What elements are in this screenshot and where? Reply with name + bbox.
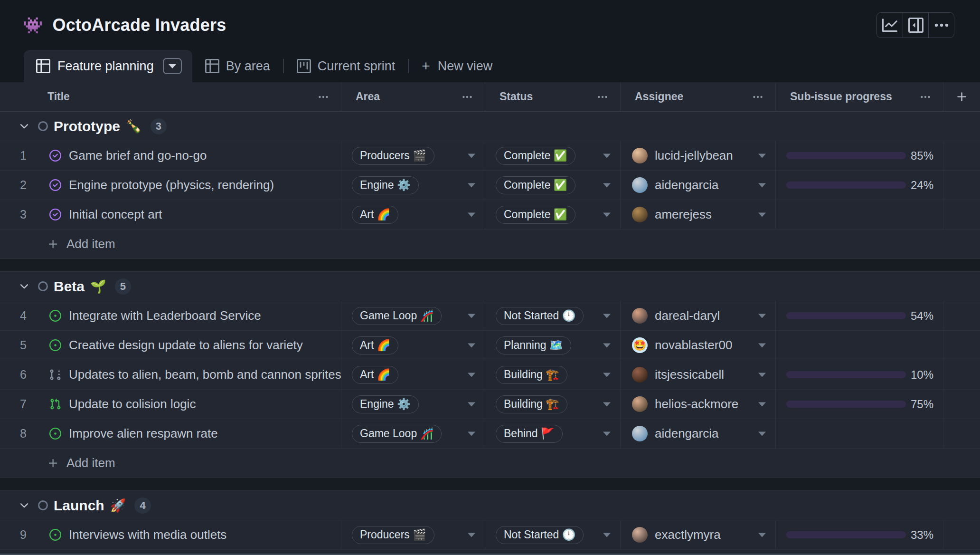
- assignee-cell[interactable]: itsjessicabell: [620, 360, 775, 389]
- assignee-cell[interactable]: exactlymyra: [620, 520, 775, 549]
- status-pill[interactable]: Not Started 🕛: [496, 307, 584, 325]
- area-pill[interactable]: Art 🌈: [352, 206, 398, 224]
- issue-title[interactable]: Engine prototype (physics, rendering): [69, 178, 274, 192]
- area-cell[interactable]: Art 🌈: [341, 331, 485, 360]
- issue-title[interactable]: Integrate with Leaderboard Service: [69, 308, 261, 323]
- table-row[interactable]: 2 Engine prototype (physics, rendering) …: [0, 171, 980, 200]
- assignee-cell[interactable]: aidengarcia: [620, 419, 775, 448]
- collapse-group-button[interactable]: [18, 499, 30, 512]
- area-pill[interactable]: Game Loop 🎢: [352, 425, 442, 443]
- column-header-area[interactable]: Area: [341, 82, 485, 111]
- status-cell[interactable]: Building 🏗️: [485, 360, 620, 389]
- column-menu-icon[interactable]: [318, 92, 329, 102]
- issue-title[interactable]: Creative design update to aliens for var…: [69, 338, 303, 353]
- table-row[interactable]: 3 Initial concept art Art 🌈 Complete ✅ a…: [0, 200, 980, 230]
- status-pill[interactable]: Not Started 🕛: [496, 526, 584, 544]
- assignee-cell[interactable]: 🤩 novablaster00: [620, 331, 775, 360]
- issue-title[interactable]: Update to colision logic: [69, 397, 196, 411]
- area-pill[interactable]: Art 🌈: [352, 336, 398, 354]
- progress-bar: [786, 371, 906, 378]
- column-menu-icon[interactable]: [920, 92, 931, 102]
- area-pill[interactable]: Producers 🎬: [352, 147, 434, 165]
- table-row[interactable]: 4 Integrate with Leaderboard Service Gam…: [0, 301, 980, 331]
- chevron-down-icon: [468, 402, 475, 406]
- status-cell[interactable]: Behind 🚩: [485, 419, 620, 448]
- status-cell[interactable]: Planning 🗺️: [485, 331, 620, 360]
- issue-title[interactable]: Initial concept art: [69, 207, 162, 222]
- area-cell[interactable]: Engine ⚙️: [341, 390, 485, 419]
- table-row[interactable]: 5 Creative design update to aliens for v…: [0, 331, 980, 360]
- column-header-assignee[interactable]: Assignee: [620, 82, 775, 111]
- progress-percent: 75%: [911, 398, 933, 411]
- status-cell[interactable]: Complete ✅: [485, 141, 620, 170]
- column-menu-icon[interactable]: [462, 92, 472, 102]
- status-pill[interactable]: Planning 🗺️: [496, 336, 571, 354]
- table-icon: [205, 59, 219, 73]
- assignee-cell[interactable]: dareal-daryl: [620, 301, 775, 330]
- column-menu-icon[interactable]: [597, 92, 608, 102]
- row-end-cell: [943, 360, 980, 389]
- assignee-cell[interactable]: lucid-jellybean: [620, 141, 775, 170]
- issue-title[interactable]: Improve alien respawn rate: [69, 426, 218, 441]
- area-pill[interactable]: Producers 🎬: [352, 526, 434, 544]
- collapse-group-button[interactable]: [18, 120, 30, 133]
- status-cell[interactable]: Not Started 🕛: [485, 520, 620, 549]
- more-options-button[interactable]: [928, 13, 954, 38]
- progress-percent: 10%: [911, 368, 933, 382]
- table-row[interactable]: 1 Game brief and go-no-go Producers 🎬 Co…: [0, 141, 980, 171]
- project-icon: [297, 59, 311, 73]
- tab-feature-planning[interactable]: Feature planning: [24, 50, 192, 82]
- table-row[interactable]: 9 Interviews with media outlets Producer…: [0, 520, 980, 550]
- progress-bar: [786, 152, 906, 159]
- status-pill[interactable]: Complete ✅: [496, 176, 575, 194]
- area-cell[interactable]: Producers 🎬: [341, 520, 485, 549]
- issue-title[interactable]: Game brief and go-no-go: [69, 148, 207, 163]
- assignee-cell[interactable]: aidengarcia: [620, 171, 775, 200]
- table-row[interactable]: 7 Update to colision logic Engine ⚙️ Bui…: [0, 390, 980, 419]
- area-cell[interactable]: Producers 🎬: [341, 141, 485, 170]
- status-cell[interactable]: Building 🏗️: [485, 390, 620, 419]
- insights-button[interactable]: [877, 13, 903, 38]
- status-pill[interactable]: Behind 🚩: [496, 425, 563, 443]
- assignee-name: aidengarcia: [655, 178, 718, 192]
- area-cell[interactable]: Art 🌈: [341, 360, 485, 389]
- area-pill[interactable]: Engine ⚙️: [352, 176, 419, 194]
- group-emoji: 🚀: [110, 498, 126, 513]
- table-row[interactable]: 8 Improve alien respawn rate Game Loop 🎢…: [0, 419, 980, 449]
- collapse-group-button[interactable]: [18, 280, 30, 293]
- chevron-down-icon: [468, 183, 475, 187]
- status-cell[interactable]: Complete ✅: [485, 171, 620, 200]
- title-cell: 3 Initial concept art: [0, 200, 341, 229]
- area-cell[interactable]: Art 🌈: [341, 200, 485, 229]
- area-cell[interactable]: Game Loop 🎢: [341, 419, 485, 448]
- tab-by-area[interactable]: By area: [192, 50, 283, 82]
- status-cell[interactable]: Complete ✅: [485, 200, 620, 229]
- issue-title[interactable]: Updates to alien, beam, bomb and cannon …: [69, 367, 341, 382]
- area-pill[interactable]: Art 🌈: [352, 366, 398, 384]
- add-column-button[interactable]: [943, 82, 980, 111]
- view-options-button[interactable]: [163, 58, 182, 74]
- status-pill[interactable]: Complete ✅: [496, 147, 575, 165]
- area-cell[interactable]: Engine ⚙️: [341, 171, 485, 200]
- area-pill[interactable]: Game Loop 🎢: [352, 307, 442, 325]
- table-row[interactable]: 6 Updates to alien, beam, bomb and canno…: [0, 360, 980, 390]
- status-pill[interactable]: Building 🏗️: [496, 366, 567, 384]
- column-header-status[interactable]: Status: [485, 82, 620, 111]
- status-pill[interactable]: Complete ✅: [496, 206, 575, 224]
- area-pill[interactable]: Engine ⚙️: [352, 395, 419, 413]
- chevron-down-icon: [758, 431, 766, 436]
- issue-title[interactable]: Interviews with media outlets: [69, 527, 226, 542]
- assignee-cell[interactable]: helios-ackmore: [620, 390, 775, 419]
- new-view-button[interactable]: + New view: [409, 50, 505, 82]
- add-item-button[interactable]: Add item: [0, 449, 980, 478]
- assignee-cell[interactable]: amerejess: [620, 200, 775, 229]
- column-menu-icon[interactable]: [753, 92, 763, 102]
- side-panel-button[interactable]: [903, 13, 928, 38]
- status-pill[interactable]: Building 🏗️: [496, 395, 567, 413]
- column-header-title[interactable]: Title: [0, 82, 341, 111]
- area-cell[interactable]: Game Loop 🎢: [341, 301, 485, 330]
- column-header-progress[interactable]: Sub-issue progress: [775, 82, 943, 111]
- status-cell[interactable]: Not Started 🕛: [485, 301, 620, 330]
- tab-current-sprint[interactable]: Current sprint: [284, 50, 408, 82]
- add-item-button[interactable]: Add item: [0, 230, 980, 259]
